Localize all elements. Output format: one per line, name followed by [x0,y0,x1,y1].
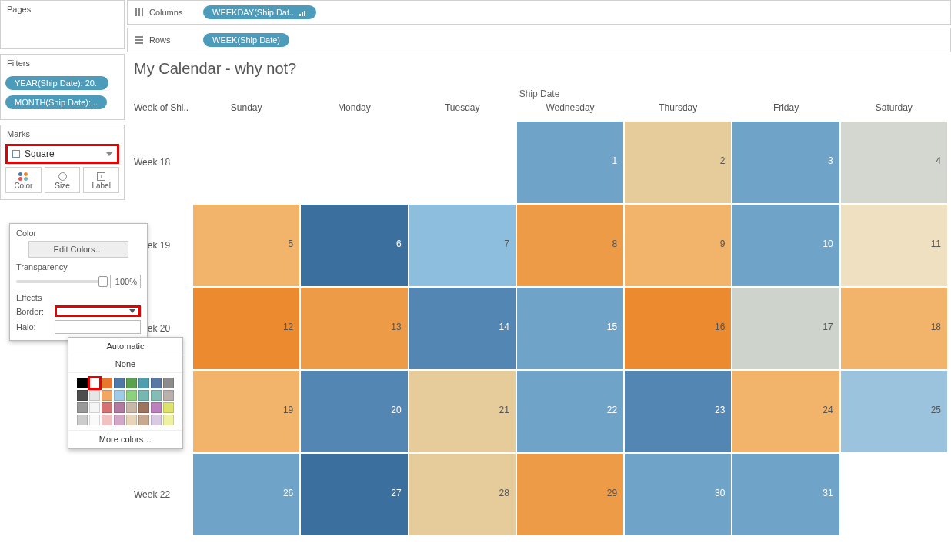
calendar-cell[interactable]: 14 [409,287,516,370]
calendar-cell[interactable]: 25 [840,370,948,453]
color-swatch[interactable] [138,378,149,388]
calendar-cell [192,121,300,204]
day-number: 29 [607,488,617,498]
color-swatch[interactable] [102,390,112,401]
color-swatch[interactable] [138,390,149,401]
calendar-cell[interactable]: 12 [192,287,300,370]
calendar-cell[interactable]: 23 [624,370,732,453]
day-number: 17 [823,322,833,332]
calendar-cell[interactable]: 24 [732,370,839,453]
calendar-cell[interactable]: 27 [300,453,408,536]
calendar-cell[interactable]: 8 [516,204,624,287]
svg-rect-5 [304,11,305,16]
calendar-cell[interactable]: 13 [300,287,408,370]
marks-color-label: Color [6,182,41,190]
calendar-cell[interactable]: 18 [840,287,948,370]
marks-type-select[interactable]: Square [5,144,119,164]
calendar-cell[interactable]: 11 [840,204,948,287]
color-swatch[interactable] [102,415,112,425]
calendar-cell[interactable]: 28 [409,453,516,536]
marks-panel: Marks Square Color Size [0,125,125,200]
color-swatch[interactable] [114,402,125,413]
calendar-cell[interactable]: 17 [732,287,839,370]
filter-pill-month[interactable]: MONTH(Ship Date): .. [5,95,107,109]
calendar-cell[interactable]: 26 [192,453,300,536]
calendar-cell[interactable]: 7 [409,204,516,287]
color-swatch[interactable] [151,415,162,425]
marks-color-card[interactable]: Color [5,167,42,193]
calendar-cell[interactable]: 6 [300,204,408,287]
day-number: 9 [720,238,726,249]
color-icon [6,171,41,182]
marks-type-label: Square [25,148,55,159]
calendar-cell[interactable]: 20 [300,370,408,453]
halo-dropdown[interactable] [55,320,141,334]
day-header: Tuesday [409,99,516,121]
rows-pill[interactable]: WEEK(Ship Date) [203,33,289,47]
rows-icon [134,35,145,45]
columns-shelf[interactable]: Columns WEEKDAY(Ship Dat.. [127,0,951,25]
color-swatch[interactable] [151,402,162,413]
automatic-option[interactable]: Automatic [68,338,182,355]
calendar-cell[interactable]: 2 [624,121,732,204]
marks-label-card[interactable]: T Label [83,167,119,193]
color-swatch[interactable] [77,415,88,425]
color-swatch[interactable] [126,402,137,413]
color-swatch[interactable] [102,402,112,413]
color-swatch[interactable] [151,378,162,388]
color-swatch[interactable] [126,378,137,388]
calendar-cell[interactable]: 15 [516,287,624,370]
day-number: 24 [823,405,833,415]
calendar-cell[interactable]: 16 [624,287,732,370]
columns-pill[interactable]: WEEKDAY(Ship Dat.. [203,5,316,19]
day-number: 5 [289,238,294,249]
calendar-cell[interactable]: 29 [516,453,624,536]
calendar-cell[interactable]: 9 [624,204,732,287]
transparency-value[interactable]: 100% [110,275,141,288]
filters-title: Filters [1,55,124,72]
color-swatch[interactable] [77,390,88,401]
calendar-cell[interactable]: 4 [840,121,948,204]
calendar-cell[interactable]: 31 [732,453,839,536]
row-header-label: Week of Shi.. [131,99,192,121]
more-colors-option[interactable]: More colors… [68,430,182,448]
calendar-cell[interactable]: 22 [516,370,624,453]
color-swatch[interactable] [89,390,100,401]
edit-colors-button[interactable]: Edit Colors… [28,241,128,258]
rows-shelf[interactable]: Rows WEEK(Ship Date) [127,28,951,52]
calendar-cell[interactable]: 1 [516,121,624,204]
color-swatch[interactable] [163,390,174,401]
color-swatch[interactable] [163,402,174,413]
color-swatch[interactable] [89,378,100,388]
marks-size-card[interactable]: Size [45,167,81,193]
color-swatch[interactable] [114,390,125,401]
calendar-cell[interactable]: 19 [192,370,300,453]
day-number: 19 [283,405,293,415]
color-swatch[interactable] [126,415,137,425]
calendar-cell[interactable]: 21 [409,370,516,453]
color-swatch[interactable] [89,402,100,413]
color-swatch[interactable] [126,390,137,401]
calendar-cell[interactable]: 30 [624,453,732,536]
color-swatch[interactable] [77,378,88,388]
color-swatch[interactable] [102,378,112,388]
color-swatch[interactable] [138,402,149,413]
color-swatch[interactable] [114,415,125,425]
calendar-cell[interactable]: 5 [192,204,300,287]
color-swatch[interactable] [151,390,162,401]
border-dropdown[interactable] [55,305,141,317]
color-swatch[interactable] [138,415,149,425]
filter-pill-year[interactable]: YEAR(Ship Date): 20.. [5,76,108,90]
day-number: 12 [283,322,293,332]
color-swatch[interactable] [163,378,174,388]
color-swatch[interactable] [77,402,88,413]
color-swatch[interactable] [89,415,100,425]
color-swatch[interactable] [114,378,125,388]
calendar-cell[interactable]: 3 [732,121,839,204]
calendar-cell[interactable]: 10 [732,204,839,287]
color-swatch[interactable] [163,415,174,425]
none-option[interactable]: None [68,355,182,373]
transparency-slider[interactable] [16,280,105,283]
transparency-label: Transparency [16,262,141,272]
slider-thumb[interactable] [98,276,108,287]
